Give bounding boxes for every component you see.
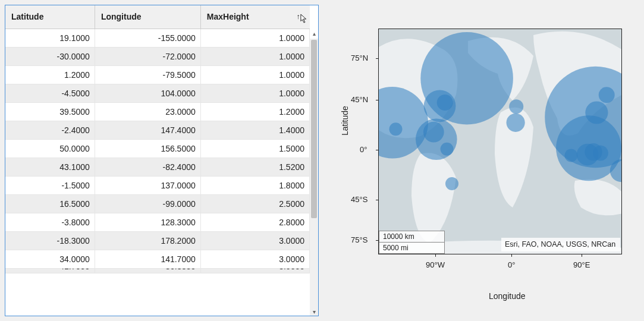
table-cell[interactable]: 50.0000	[5, 139, 95, 158]
table-cell[interactable]: 3.0000	[200, 268, 309, 273]
table-cell[interactable]: 137.0000	[95, 176, 200, 194]
table-row[interactable]: 50.0000156.50001.5000	[5, 139, 310, 158]
table-cell[interactable]: 19.1000	[5, 29, 95, 47]
table-cell[interactable]: 34.0000	[5, 250, 95, 268]
bubble-marker[interactable]	[509, 99, 523, 114]
tick-mark	[435, 254, 436, 257]
x-axis-label: Longitude	[489, 291, 526, 301]
table-cell[interactable]: 16.5000	[5, 194, 95, 213]
table-row[interactable]: 16.5000-99.00002.5000	[5, 194, 310, 213]
table-row[interactable]: 1.2000-79.50001.0000	[5, 65, 310, 84]
table-cell[interactable]: 1.0000	[200, 47, 309, 65]
table-cell[interactable]: 1.8000	[200, 176, 309, 194]
table-row[interactable]: -3.8000128.30002.8000	[5, 213, 310, 231]
table-cell[interactable]: 3.0000	[200, 231, 309, 250]
column-header-longitude[interactable]: Longitude	[95, 5, 200, 29]
table-cell[interactable]: 178.2000	[95, 231, 200, 250]
basemap	[379, 29, 622, 254]
table-cell[interactable]: -99.0000	[95, 194, 200, 213]
table-cell[interactable]: 43.1000	[5, 158, 95, 176]
sort-ascending-icon: ↑	[297, 12, 300, 21]
scroll-thumb[interactable]	[311, 40, 317, 218]
bubble-marker[interactable]	[556, 115, 621, 181]
table-row[interactable]: -1.5000137.00001.8000	[5, 176, 310, 194]
table-cell[interactable]: -18.3000	[5, 231, 95, 250]
bubble-marker[interactable]	[445, 177, 458, 190]
table-row[interactable]: 43.1000-82.40001.5200	[5, 158, 310, 176]
column-label: Latitude	[11, 12, 43, 21]
table-row[interactable]: -30.0000-72.00001.0000	[5, 47, 310, 65]
y-tick: 0°	[360, 145, 367, 154]
column-header-maxheight[interactable]: MaxHeight ↑	[200, 5, 309, 29]
table-row[interactable]: 39.500023.00001.2000	[5, 102, 310, 121]
x-tick: 90°E	[573, 260, 590, 269]
table-cell[interactable]: -2.4000	[5, 121, 95, 139]
geo-axes[interactable]	[378, 29, 622, 254]
table-cell[interactable]: -72.0000	[95, 47, 200, 65]
data-table[interactable]: Latitude Longitude MaxHeight ↑	[5, 5, 319, 316]
column-label: MaxHeight	[207, 12, 249, 21]
vertical-scrollbar[interactable]: ▴ ▾	[310, 39, 318, 316]
table-cell[interactable]: 1.5000	[200, 139, 309, 158]
scale-km: 10000 km	[383, 232, 414, 241]
table: Latitude Longitude MaxHeight ↑	[5, 5, 310, 273]
scale-mi: 5000 mi	[383, 244, 409, 252]
table-cell[interactable]: -82.4000	[95, 158, 200, 176]
table-cell[interactable]: 3.0000	[200, 250, 309, 268]
tick-mark	[582, 254, 582, 257]
y-tick: 75°S	[351, 235, 367, 244]
table-cell[interactable]: 156.5000	[95, 139, 200, 158]
table-cell[interactable]: 1.0000	[200, 29, 309, 47]
scroll-up-icon[interactable]: ▴	[310, 30, 318, 37]
table-cell[interactable]: 41.7000	[5, 268, 95, 273]
table-cell[interactable]: 2.5000	[200, 194, 309, 213]
table-cell[interactable]: 1.5200	[200, 158, 309, 176]
table-cell[interactable]: 39.5000	[5, 102, 95, 121]
bubble-marker[interactable]	[416, 119, 457, 160]
table-cell[interactable]: 86.8830	[95, 268, 200, 273]
map-panel: Latitude Longitude 75°N 45°N 0° 45°S 75°…	[343, 5, 628, 302]
table-body: 19.1000-155.00001.0000-30.0000-72.00001.…	[5, 29, 310, 273]
table-row[interactable]: 34.0000141.70003.0000	[5, 250, 310, 268]
scale-bar: 10000 km 5000 mi	[379, 231, 445, 254]
table-cell[interactable]: 1.0000	[200, 65, 309, 84]
table-cell[interactable]: 141.7000	[95, 250, 200, 268]
table-row[interactable]: -4.5000104.00001.0000	[5, 84, 310, 102]
table-cell[interactable]: 1.2000	[5, 65, 95, 84]
table-cell[interactable]: 1.0000	[200, 84, 309, 102]
table-cell[interactable]: 1.2000	[200, 102, 309, 121]
cursor-icon	[300, 14, 309, 24]
table-cell[interactable]: -155.0000	[95, 29, 200, 47]
column-label: Longitude	[101, 12, 142, 21]
table-cell[interactable]: -30.0000	[5, 47, 95, 65]
table-row[interactable]: 19.1000-155.00001.0000	[5, 29, 310, 47]
table-cell[interactable]: 104.0000	[95, 84, 200, 102]
bubble-marker[interactable]	[507, 114, 525, 132]
table-cell[interactable]: 1.4000	[200, 121, 309, 139]
y-tick: 45°N	[351, 95, 368, 104]
table-cell[interactable]: 147.4000	[95, 121, 200, 139]
column-header-latitude[interactable]: Latitude	[5, 5, 95, 29]
table-cell[interactable]: 2.8000	[200, 213, 309, 231]
basemap-attribution: Esri, FAO, NOAA, USGS, NRCan	[501, 238, 620, 251]
table-row[interactable]: -2.4000147.40001.4000	[5, 121, 310, 139]
tick-mark	[511, 254, 512, 257]
table-cell[interactable]: -3.8000	[5, 213, 95, 231]
table-cell[interactable]: -1.5000	[5, 176, 95, 194]
bubble-marker[interactable]	[424, 90, 456, 122]
y-tick: 75°N	[351, 54, 368, 62]
x-tick: 0°	[508, 260, 515, 269]
app-root: Latitude Longitude MaxHeight ↑	[0, 0, 644, 321]
x-tick: 90°W	[426, 260, 445, 269]
table-cell[interactable]: -4.5000	[5, 84, 95, 102]
table-cell[interactable]: 23.0000	[95, 102, 200, 121]
y-tick: 45°S	[351, 195, 367, 204]
table-cell[interactable]: -79.5000	[95, 65, 200, 84]
table-cell[interactable]: 128.3000	[95, 213, 200, 231]
scroll-down-icon[interactable]: ▾	[310, 309, 318, 316]
y-axis-label: Latitude	[340, 106, 350, 136]
table-row[interactable]: -18.3000178.20003.0000	[5, 231, 310, 250]
table-row[interactable]: 41.700086.88303.0000	[5, 268, 310, 273]
